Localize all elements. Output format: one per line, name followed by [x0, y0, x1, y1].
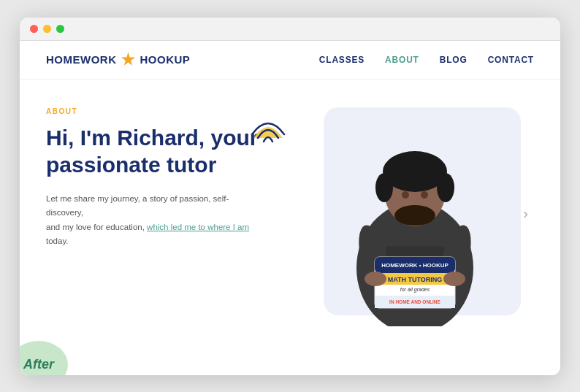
svg-point-3	[375, 173, 393, 202]
svg-point-6	[421, 191, 428, 199]
svg-point-4	[437, 173, 454, 202]
hero-desc-text-3: today.	[46, 237, 68, 245]
next-arrow[interactable]: ›	[523, 204, 528, 221]
svg-text:HOMEWORK • HOOKUP: HOMEWORK • HOOKUP	[381, 262, 449, 269]
navbar: HOMEWORK HOOKUP CLASSES ABOUT BLOG CONTA…	[20, 41, 560, 80]
browser-window: HOMEWORK HOOKUP CLASSES ABOUT BLOG CONTA…	[20, 18, 560, 375]
window-close-dot[interactable]	[30, 25, 38, 33]
svg-point-19	[365, 272, 386, 286]
page-content: HOMEWORK HOOKUP CLASSES ABOUT BLOG CONTA…	[20, 41, 560, 375]
hero-desc-text-2: and my love for education,	[46, 223, 145, 231]
tutor-image: HOMEWORK • HOOKUP MATH TUTORING for all …	[324, 115, 506, 326]
hero-description: Let me share my journey, a story of pass…	[46, 192, 251, 249]
svg-point-5	[402, 191, 409, 199]
svg-text:IN HOME AND ONLINE: IN HOME AND ONLINE	[389, 299, 440, 304]
decorative-wifi	[246, 109, 290, 153]
logo-star-icon	[121, 53, 136, 67]
after-badge-label: After	[23, 357, 54, 372]
nav-blog[interactable]: BLOG	[440, 55, 468, 65]
svg-point-7	[394, 205, 435, 226]
nav-about[interactable]: ABOUT	[385, 55, 419, 65]
svg-text:MATH TUTORING: MATH TUTORING	[388, 276, 443, 283]
nav-links: CLASSES ABOUT BLOG CONTACT	[319, 55, 534, 65]
window-maximize-dot[interactable]	[56, 25, 64, 33]
hero-section: ABOUT Hi, I'm Richard, your passionate t…	[20, 80, 560, 357]
window-minimize-dot[interactable]	[43, 25, 51, 33]
logo-text-1: HOMEWORK	[46, 53, 117, 66]
nav-contact[interactable]: CONTACT	[488, 55, 534, 65]
hero-image-area: HOMEWORK • HOOKUP MATH TUTORING for all …	[294, 100, 521, 326]
svg-text:for all grades: for all grades	[400, 287, 430, 293]
hero-desc-link: which led me to where I am	[147, 223, 249, 231]
browser-chrome	[20, 18, 560, 41]
logo: HOMEWORK HOOKUP	[46, 53, 190, 67]
hero-desc-text-1: Let me share my journey, a story of pass…	[46, 194, 229, 218]
svg-point-20	[443, 272, 465, 286]
logo-text-2: HOOKUP	[140, 53, 191, 66]
nav-classes[interactable]: CLASSES	[319, 55, 365, 65]
